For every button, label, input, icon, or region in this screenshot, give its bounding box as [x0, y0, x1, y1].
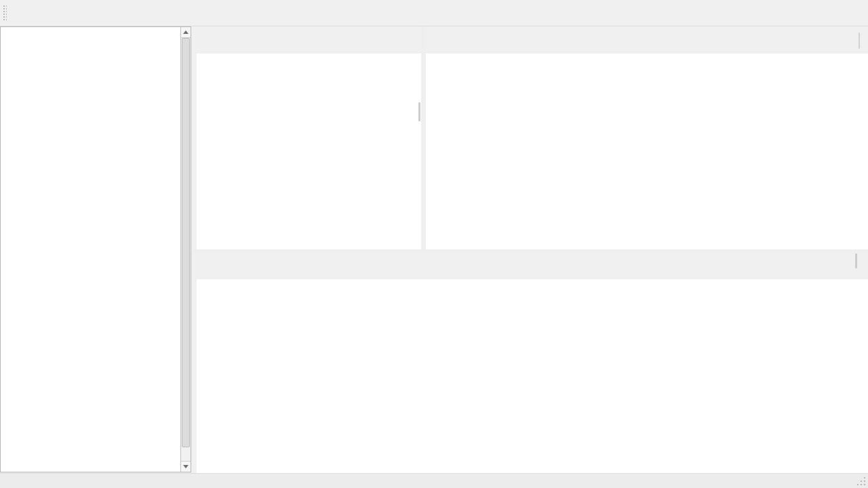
- scroll-up-button[interactable]: [181, 27, 191, 38]
- profile-pane: [426, 26, 868, 249]
- mini-scrollbar[interactable]: [855, 253, 857, 268]
- bottom-pane: [192, 252, 868, 473]
- triangle-down-icon: [183, 465, 189, 468]
- bottom-nav-toolbar: [192, 252, 868, 279]
- table-header: [1, 27, 191, 41]
- pk-table: [0, 26, 191, 472]
- profile-plot-canvas[interactable]: [426, 54, 868, 249]
- profile-nav-toolbar: [426, 26, 868, 54]
- plan-nav-toolbar: [192, 26, 421, 54]
- scrollbar-thumb[interactable]: [182, 38, 190, 447]
- size-grip-icon[interactable]: [856, 476, 866, 486]
- toolbar-drag-handle[interactable]: [2, 4, 7, 22]
- status-bar: [0, 473, 868, 488]
- mini-scrollbar[interactable]: [859, 33, 860, 49]
- mini-scrollbar[interactable]: [418, 102, 420, 121]
- scroll-down-button[interactable]: [181, 461, 191, 472]
- bottom-plot-canvas[interactable]: [197, 279, 868, 473]
- plan-view-pane: [192, 26, 421, 249]
- plan-plot-canvas[interactable]: [197, 54, 421, 249]
- table-scrollbar[interactable]: [180, 27, 191, 472]
- triangle-up-icon: [183, 30, 189, 34]
- main-toolbar: [0, 0, 868, 26]
